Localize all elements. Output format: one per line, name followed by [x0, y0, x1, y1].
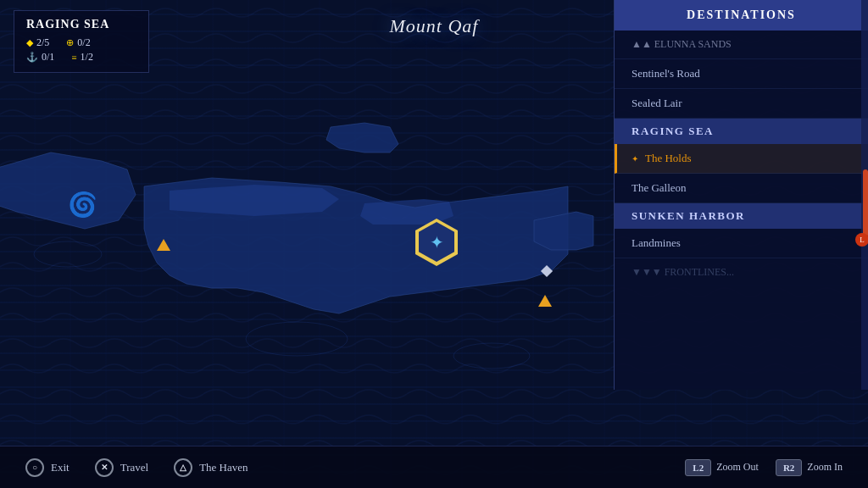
zoom-out-btn: L2 — [685, 459, 711, 476]
destinations-list: ▲▲ ELUNNA SANDS Sentinel's Road Sealed L… — [615, 30, 868, 286]
haven-button-icon: △ — [174, 458, 192, 477]
player-symbol: ✦ — [430, 232, 444, 252]
destinations-panel: DESTINATIONS ▲▲ ELUNNA SANDS Sentinel's … — [614, 0, 868, 390]
exit-label: Exit — [51, 461, 70, 474]
marker-1 — [157, 239, 170, 251]
anchor-icon: ⚓ — [26, 52, 38, 63]
landmines-label: Landmines — [632, 236, 681, 250]
region-name: RAGING SEA — [26, 18, 136, 31]
region-info: RAGING SEA ◆ 2/5 ⊕ 0/2 ⚓ 0/1 ≡ 1/2 — [14, 10, 149, 73]
dest-item-sealed-lair[interactable]: Sealed Lair — [615, 89, 868, 119]
scroll-bar[interactable]: L — [861, 0, 868, 390]
dest-item-partial: ▼▼▼ FRONTLINES... — [615, 258, 868, 286]
scroll-icon: ≡ — [71, 53, 76, 63]
zoom-out-action[interactable]: L2 Zoom Out — [685, 459, 759, 476]
exit-action[interactable]: ○ Exit — [25, 458, 70, 477]
haven-label: The Haven — [199, 461, 248, 474]
stat-row-2: ⚓ 0/1 ≡ 1/2 — [26, 51, 136, 64]
sealed-lair-label: Sealed Lair — [632, 97, 682, 110]
bottom-actions: ○ Exit ✕ Travel △ The Haven — [25, 458, 248, 477]
section-raging-sea: RAGING SEA — [615, 119, 868, 144]
scroll-thumb — [863, 169, 868, 237]
map-title: Mount Qaf — [390, 15, 479, 37]
travel-action[interactable]: ✕ Travel — [95, 458, 148, 477]
destinations-header: DESTINATIONS — [615, 0, 868, 30]
swirl-marker: 🌀 — [68, 191, 97, 219]
zoom-actions: L2 Zoom Out R2 Zoom In — [685, 459, 843, 476]
player-icon: ✦ — [415, 219, 458, 266]
dest-item-the-galleon[interactable]: The Galleon — [615, 174, 868, 203]
dest-item-the-holds[interactable]: ✦ The Holds — [615, 144, 868, 174]
dest-item-truncated[interactable]: ▲▲ ELUNNA SANDS — [615, 30, 868, 59]
haven-action[interactable]: △ The Haven — [174, 458, 248, 477]
dest-item-landmines[interactable]: Landmines — [615, 229, 868, 258]
scroll-indicator-icon: L — [855, 233, 868, 247]
stat-row-1: ◆ 2/5 ⊕ 0/2 — [26, 36, 136, 49]
travel-button-icon: ✕ — [95, 458, 114, 477]
zoom-in-label: Zoom In — [807, 461, 843, 474]
marker-2 — [538, 295, 552, 307]
anchor-stat: ⚓ 0/1 — [26, 51, 54, 64]
diamond-marker — [542, 267, 551, 275]
zoom-in-action[interactable]: R2 Zoom In — [776, 459, 843, 476]
exit-button-icon: ○ — [25, 458, 44, 477]
globe-stat: ⊕ 0/2 — [66, 36, 90, 49]
holds-marker: ✦ — [632, 154, 638, 164]
bottom-bar: ○ Exit ✕ Travel △ The Haven L2 Zoom Out … — [0, 446, 868, 488]
travel-label: Travel — [120, 461, 148, 474]
diamond-icon: ◆ — [26, 37, 33, 48]
diamond-stat: ◆ 2/5 — [26, 36, 49, 49]
dest-item-sentinels-road[interactable]: Sentinel's Road — [615, 59, 868, 89]
the-holds-label: The Holds — [645, 152, 692, 165]
zoom-out-label: Zoom Out — [716, 461, 759, 474]
sentinels-road-label: Sentinel's Road — [632, 67, 700, 80]
globe-icon: ⊕ — [66, 37, 74, 48]
section-sunken-harbor: SUNKEN HARBOR — [615, 203, 868, 229]
the-galleon-label: The Galleon — [632, 181, 687, 195]
zoom-in-btn: R2 — [776, 459, 802, 476]
scroll-stat: ≡ 1/2 — [71, 51, 93, 64]
